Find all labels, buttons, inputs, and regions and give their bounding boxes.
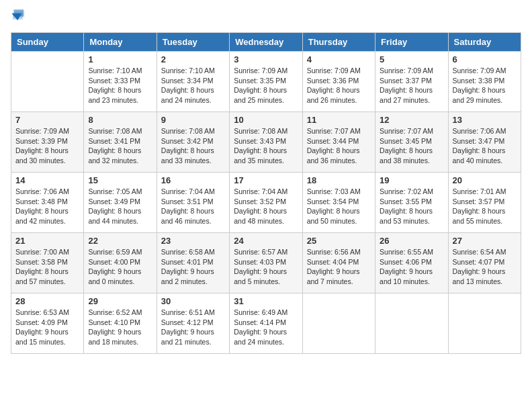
calendar-table: SundayMondayTuesdayWednesdayThursdayFrid… [11, 32, 521, 354]
cell-info: Sunrise: 6:49 AM Sunset: 4:14 PM Dayligh… [234, 308, 298, 347]
calendar-cell: 29Sunrise: 6:52 AM Sunset: 4:10 PM Dayli… [84, 293, 157, 354]
day-number: 15 [88, 175, 152, 185]
day-number: 8 [88, 115, 152, 125]
cell-info: Sunrise: 7:02 AM Sunset: 3:55 PM Dayligh… [380, 187, 443, 226]
calendar-week-row: 14Sunrise: 7:06 AM Sunset: 3:48 PM Dayli… [11, 173, 521, 233]
calendar-cell: 11Sunrise: 7:07 AM Sunset: 3:44 PM Dayli… [302, 112, 375, 173]
cell-info: Sunrise: 6:55 AM Sunset: 4:06 PM Dayligh… [380, 247, 443, 287]
calendar-cell: 17Sunrise: 7:04 AM Sunset: 3:52 PM Dayli… [230, 173, 302, 233]
cell-info: Sunrise: 7:06 AM Sunset: 3:48 PM Dayligh… [15, 187, 79, 226]
cell-info: Sunrise: 7:09 AM Sunset: 3:36 PM Dayligh… [307, 66, 371, 105]
calendar-cell: 4Sunrise: 7:09 AM Sunset: 3:36 PM Daylig… [302, 52, 375, 112]
calendar-cell [448, 293, 521, 354]
day-number: 12 [380, 115, 443, 125]
cell-info: Sunrise: 7:09 AM Sunset: 3:38 PM Dayligh… [453, 66, 517, 105]
cell-info: Sunrise: 6:52 AM Sunset: 4:10 PM Dayligh… [88, 308, 152, 347]
day-number: 18 [307, 175, 371, 185]
day-number: 21 [15, 236, 79, 246]
calendar-cell: 2Sunrise: 7:10 AM Sunset: 3:34 PM Daylig… [157, 52, 229, 112]
calendar-cell: 8Sunrise: 7:08 AM Sunset: 3:41 PM Daylig… [84, 112, 157, 173]
weekday-header-sunday: Sunday [11, 33, 84, 52]
weekday-header-tuesday: Tuesday [157, 33, 229, 52]
calendar-cell: 5Sunrise: 7:09 AM Sunset: 3:37 PM Daylig… [375, 52, 448, 112]
cell-info: Sunrise: 7:08 AM Sunset: 3:42 PM Dayligh… [161, 126, 225, 166]
cell-info: Sunrise: 6:53 AM Sunset: 4:09 PM Dayligh… [15, 308, 79, 347]
calendar-cell [302, 293, 375, 354]
weekday-header-friday: Friday [375, 33, 448, 52]
logo [11, 11, 27, 26]
day-number: 16 [161, 175, 225, 185]
calendar-cell [375, 293, 448, 354]
calendar-week-row: 21Sunrise: 7:00 AM Sunset: 3:58 PM Dayli… [11, 233, 521, 293]
cell-info: Sunrise: 7:00 AM Sunset: 3:58 PM Dayligh… [15, 247, 79, 287]
calendar-cell: 18Sunrise: 7:03 AM Sunset: 3:54 PM Dayli… [302, 173, 375, 233]
calendar-cell: 26Sunrise: 6:55 AM Sunset: 4:06 PM Dayli… [375, 233, 448, 293]
calendar-cell: 1Sunrise: 7:10 AM Sunset: 3:33 PM Daylig… [84, 52, 157, 112]
day-number: 28 [15, 296, 79, 306]
day-number: 30 [161, 296, 225, 306]
logo-icon [11, 8, 26, 23]
cell-info: Sunrise: 6:54 AM Sunset: 4:07 PM Dayligh… [453, 247, 517, 287]
day-number: 11 [307, 115, 371, 125]
calendar-cell: 25Sunrise: 6:56 AM Sunset: 4:04 PM Dayli… [302, 233, 375, 293]
calendar-cell: 13Sunrise: 7:06 AM Sunset: 3:47 PM Dayli… [448, 112, 521, 173]
day-number: 6 [453, 54, 517, 64]
calendar-cell: 15Sunrise: 7:05 AM Sunset: 3:49 PM Dayli… [84, 173, 157, 233]
calendar-cell: 28Sunrise: 6:53 AM Sunset: 4:09 PM Dayli… [11, 293, 84, 354]
cell-info: Sunrise: 7:07 AM Sunset: 3:45 PM Dayligh… [380, 126, 443, 166]
calendar-cell: 22Sunrise: 6:59 AM Sunset: 4:00 PM Dayli… [84, 233, 157, 293]
calendar-cell: 24Sunrise: 6:57 AM Sunset: 4:03 PM Dayli… [230, 233, 302, 293]
cell-info: Sunrise: 7:05 AM Sunset: 3:49 PM Dayligh… [88, 187, 152, 226]
day-number: 24 [234, 236, 298, 246]
day-number: 14 [15, 175, 79, 185]
cell-info: Sunrise: 7:01 AM Sunset: 3:57 PM Dayligh… [453, 187, 517, 226]
cell-info: Sunrise: 6:57 AM Sunset: 4:03 PM Dayligh… [234, 247, 298, 287]
calendar-week-row: 7Sunrise: 7:09 AM Sunset: 3:39 PM Daylig… [11, 112, 521, 173]
weekday-header-saturday: Saturday [448, 33, 521, 52]
cell-info: Sunrise: 7:08 AM Sunset: 3:43 PM Dayligh… [234, 126, 298, 166]
day-number: 3 [234, 54, 298, 64]
cell-info: Sunrise: 6:56 AM Sunset: 4:04 PM Dayligh… [307, 247, 371, 287]
calendar-cell: 7Sunrise: 7:09 AM Sunset: 3:39 PM Daylig… [11, 112, 84, 173]
day-number: 1 [88, 54, 152, 64]
cell-info: Sunrise: 7:04 AM Sunset: 3:51 PM Dayligh… [161, 187, 225, 226]
cell-info: Sunrise: 7:04 AM Sunset: 3:52 PM Dayligh… [234, 187, 298, 226]
day-number: 31 [234, 296, 298, 306]
cell-info: Sunrise: 7:08 AM Sunset: 3:41 PM Dayligh… [88, 126, 152, 166]
weekday-header-thursday: Thursday [302, 33, 375, 52]
cell-info: Sunrise: 7:07 AM Sunset: 3:44 PM Dayligh… [307, 126, 371, 166]
day-number: 7 [15, 115, 79, 125]
weekday-header-monday: Monday [84, 33, 157, 52]
calendar-cell: 10Sunrise: 7:08 AM Sunset: 3:43 PM Dayli… [230, 112, 302, 173]
cell-info: Sunrise: 6:58 AM Sunset: 4:01 PM Dayligh… [161, 247, 225, 287]
calendar-cell: 21Sunrise: 7:00 AM Sunset: 3:58 PM Dayli… [11, 233, 84, 293]
cell-info: Sunrise: 7:10 AM Sunset: 3:33 PM Dayligh… [88, 66, 152, 105]
day-number: 29 [88, 296, 152, 306]
cell-info: Sunrise: 6:59 AM Sunset: 4:00 PM Dayligh… [88, 247, 152, 287]
day-number: 27 [453, 236, 517, 246]
cell-info: Sunrise: 7:09 AM Sunset: 3:35 PM Dayligh… [234, 66, 298, 105]
day-number: 26 [380, 236, 443, 246]
calendar-cell: 14Sunrise: 7:06 AM Sunset: 3:48 PM Dayli… [11, 173, 84, 233]
day-number: 19 [380, 175, 443, 185]
cell-info: Sunrise: 7:03 AM Sunset: 3:54 PM Dayligh… [307, 187, 371, 226]
day-number: 25 [307, 236, 371, 246]
cell-info: Sunrise: 6:51 AM Sunset: 4:12 PM Dayligh… [161, 308, 225, 347]
day-number: 17 [234, 175, 298, 185]
day-number: 10 [234, 115, 298, 125]
day-number: 20 [453, 175, 517, 185]
calendar-cell: 6Sunrise: 7:09 AM Sunset: 3:38 PM Daylig… [448, 52, 521, 112]
calendar-cell: 12Sunrise: 7:07 AM Sunset: 3:45 PM Dayli… [375, 112, 448, 173]
day-number: 4 [307, 54, 371, 64]
day-number: 22 [88, 236, 152, 246]
calendar-cell [11, 52, 84, 112]
calendar-cell: 27Sunrise: 6:54 AM Sunset: 4:07 PM Dayli… [448, 233, 521, 293]
day-number: 5 [380, 54, 443, 64]
calendar-cell: 9Sunrise: 7:08 AM Sunset: 3:42 PM Daylig… [157, 112, 229, 173]
calendar-week-row: 1Sunrise: 7:10 AM Sunset: 3:33 PM Daylig… [11, 52, 521, 112]
calendar-week-row: 28Sunrise: 6:53 AM Sunset: 4:09 PM Dayli… [11, 293, 521, 354]
page-header [11, 11, 521, 26]
weekday-header-wednesday: Wednesday [230, 33, 302, 52]
day-number: 9 [161, 115, 225, 125]
day-number: 2 [161, 54, 225, 64]
